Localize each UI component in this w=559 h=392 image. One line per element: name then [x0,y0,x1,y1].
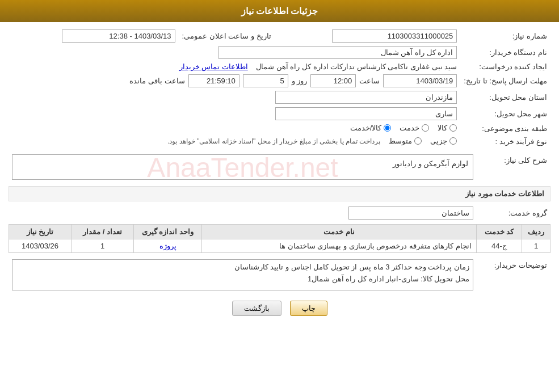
ettelaat-tamas-link[interactable]: اطلاعات تماس خریدار [179,62,248,71]
cell-nam: انجام کارهای متفرقه درخصوص بازسازی و بهس… [202,239,477,253]
sharh-box: لوازم آبگرمکن و رادیاتور AnaaTender.net [12,154,473,180]
radio-kala-khedmat-label: کالا/خدمت [350,124,382,132]
col-nam: نام خدمت [202,225,477,239]
sharh-value: لوازم آبگرمکن و رادیاتور [393,159,468,168]
radio-motavasset-label: متوسط [389,137,412,145]
radio-kala-khedmat[interactable] [384,124,391,132]
radio-khedmat[interactable] [422,124,429,132]
tarikh-mohlat-value: 1403/03/19 [383,74,457,87]
saat-baghi-label: ساعت باقی مانده [129,77,184,85]
radio-jozi-item: جزیی [430,137,457,145]
farayand-radio-group: جزیی متوسط پرداخت تمام یا بخشی از مبلغ خ… [167,137,457,145]
radio-kala-khedmat-item: کالا/خدمت [350,124,392,132]
tozihat-label: توضیحات خریدار: [477,258,550,292]
mohlat-cell: 1403/03/19 ساعت 12:00 روز و 5 21:59:10 س… [9,73,460,89]
cell-tarikh: 1403/03/26 [9,239,72,253]
tozihat-section: توضیحات خریدار: زمان پرداخت وجه حداکثر 3… [9,258,550,292]
nov-farayand-label: نوع فرآیند خرید : [460,135,550,148]
tabaghebandi-label: طبقه بندی موضوعی: [460,122,550,135]
nam-dastgah-cell: اداره کل راه آهن شمال [9,44,460,61]
page-header: جزئیات اطلاعات نیاز [0,0,559,22]
radio-motavasset-item: متوسط [389,137,422,145]
print-button[interactable]: چاپ [290,301,327,316]
radio-kala-label: کالا [438,124,447,132]
nam-dastgah-label: نام دستگاه خریدار: [460,44,550,61]
shomare-niaz-value: 1103003311000025 [332,29,457,43]
tabaghebandi-cell: کالا خدمت کالا/خدمت [9,122,460,135]
page-title: جزئیات اطلاعات نیاز [241,6,318,16]
tozihat-value: زمان پرداخت وجه حداکثر 3 ماه پس از تحویل… [12,259,473,290]
cell-radif: 1 [522,239,550,253]
cell-vahed: پروژه [134,239,202,253]
tarikh-saat-label: تاریخ و ساعت اعلان عمومی: [179,28,275,44]
watermark-logo: AnaaTender.net [147,151,338,183]
mohlat-label: مهلت ارسال پاسخ: تا تاریخ: [460,73,550,89]
nov-farayand-cell: جزیی متوسط پرداخت تمام یا بخشی از مبلغ خ… [9,135,460,148]
services-table: ردیف کد خدمت نام خدمت واحد اندازه گیری ت… [9,224,550,253]
saat-baghi-value: 21:59:10 [188,74,239,87]
roz-o-label: روز و [292,77,308,85]
sharh-label: شرح کلی نیاز: [477,153,550,182]
col-tarikh: تاریخ نیاز [9,225,72,239]
tarikh-saat-value: 1403/03/13 - 12:38 [62,29,175,43]
shomare-niaz-label: شماره نیاز: [460,28,550,44]
back-button[interactable]: بازگشت [232,301,281,316]
radio-kala-item: کالا [438,124,457,132]
khadamat-section-title: اطلاعات خدمات مورد نیاز [9,186,550,201]
radio-khedmat-item: خدمت [400,124,429,132]
sharh-cell: لوازم آبگرمکن و رادیاتور AnaaTender.net [9,153,477,182]
ijad-value: سید نبی غفاری تاکامی کارشناس تدارکات ادا… [256,62,457,71]
saat-value: 12:00 [310,74,356,87]
shahr-label: شهر محل تحویل: [460,106,550,122]
ijad-cell: سید نبی غفاری تاکامی کارشناس تدارکات ادا… [9,61,460,73]
radio-jozi[interactable] [449,137,457,145]
radio-kala[interactable] [449,124,457,132]
nam-dastgah-value: اداره کل راه آهن شمال [218,46,457,59]
col-vahed: واحد اندازه گیری [134,225,202,239]
saat-label: ساعت [359,77,380,85]
col-tedad: تعداد / مقدار [72,225,134,239]
ijad-label: ایجاد کننده درخواست: [460,61,550,73]
tarikh-saat-cell: 1403/03/13 - 12:38 [9,28,179,44]
shomare-niaz-cell: 1103003311000025 [275,28,461,44]
sharh-section: شرح کلی نیاز: لوازم آبگرمکن و رادیاتور A… [9,153,550,182]
cell-kod: ج-44 [477,239,522,253]
main-info-table: شماره نیاز: 1103003311000025 تاریخ و ساع… [9,28,550,148]
grouh-khedmat-section: گروه خدمت: ساختمان [9,205,550,221]
col-radif: ردیف [522,225,550,239]
table-row: 1 ج-44 انجام کارهای متفرقه درخصوص بازساز… [9,239,550,253]
radio-jozi-label: جزیی [430,137,447,145]
grouh-label: گروه خدمت: [477,205,550,221]
sharh-description-area: لوازم آبگرمکن و رادیاتور AnaaTender.net [12,154,473,180]
farayand-note: پرداخت تمام یا بخشی از مبلغ خریدار از مح… [167,137,380,145]
shahr-value: ساری [275,107,457,120]
tozihat-cell: زمان پرداخت وجه حداکثر 3 ماه پس از تحویل… [9,258,477,292]
cell-tedad: 1 [72,239,134,253]
buttons-row: چاپ بازگشت [9,301,550,316]
grouh-cell: ساختمان [9,205,477,221]
radio-motavasset[interactable] [414,137,422,145]
roz-value: 5 [243,74,288,87]
ostan-label: استان محل تحویل: [460,89,550,106]
radio-khedmat-label: خدمت [400,124,419,132]
grouh-value: ساختمان [348,206,473,220]
tabaghebandi-radio-group: کالا خدمت کالا/خدمت [350,124,457,132]
col-kod: کد خدمت [477,225,522,239]
shahr-cell: ساری [9,106,460,122]
ostan-value: مازندران [275,91,457,104]
ostan-cell: مازندران [9,89,460,106]
